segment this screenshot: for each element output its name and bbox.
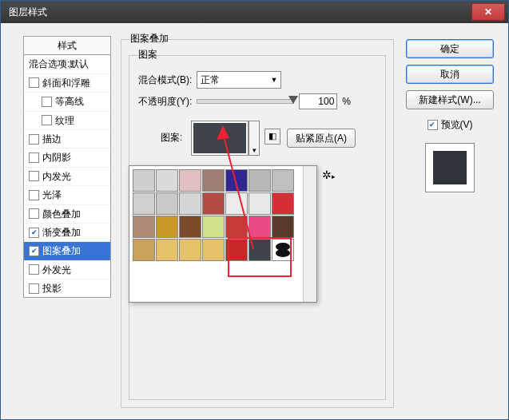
checkbox[interactable] — [29, 246, 39, 256]
snap-to-origin-button[interactable]: 贴紧原点(A) — [287, 129, 356, 148]
pattern-swatch[interactable] — [156, 216, 178, 238]
pattern-swatch[interactable] — [179, 239, 201, 261]
pattern-swatch[interactable] — [133, 239, 155, 261]
chevron-down-icon: ▾ — [253, 146, 256, 155]
style-row-label: 颜色叠加 — [42, 208, 81, 220]
close-button[interactable]: ✕ — [471, 3, 505, 21]
checkbox[interactable] — [29, 208, 39, 219]
blend-mode-label: 混合模式(B): — [138, 74, 192, 85]
style-row[interactable]: 渐变叠加 — [24, 224, 110, 242]
pattern-swatch[interactable] — [249, 239, 271, 261]
inner-section-title: 图案 — [135, 49, 161, 60]
window-title: 图层样式 — [4, 6, 471, 18]
style-row[interactable]: 纹理 — [24, 112, 110, 130]
pattern-swatch[interactable] — [249, 169, 271, 192]
checkbox[interactable] — [42, 97, 52, 107]
pattern-swatch[interactable] — [202, 192, 225, 215]
pattern-swatch[interactable] — [156, 169, 178, 192]
close-icon: ✕ — [484, 6, 492, 18]
blend-mode-value: 正常 — [201, 74, 220, 85]
pattern-swatch[interactable] — [179, 192, 201, 215]
style-row-label: 纹理 — [55, 115, 74, 126]
style-row[interactable]: 内阴影 — [24, 149, 110, 167]
checkbox[interactable] — [29, 283, 39, 294]
style-row-label: 图案叠加 — [42, 245, 81, 256]
preview-thumbnail — [425, 143, 475, 192]
style-row[interactable]: 颜色叠加 — [24, 205, 110, 224]
pattern-swatch[interactable] — [225, 239, 248, 261]
style-row-label: 投影 — [42, 283, 62, 294]
chevron-down-icon: ▼ — [270, 76, 277, 85]
new-preset-icon[interactable]: ◧ — [264, 129, 280, 145]
section-title: 图案叠加 — [127, 33, 172, 44]
checkbox[interactable] — [29, 134, 39, 145]
ok-button[interactable]: 确定 — [406, 39, 494, 58]
pattern-swatch[interactable] — [272, 169, 294, 192]
style-row-label: 光泽 — [42, 189, 62, 200]
scrollbar[interactable] — [303, 166, 316, 302]
style-row[interactable]: 描边 — [24, 130, 110, 149]
style-row[interactable]: 图案叠加 — [24, 242, 110, 260]
pattern-swatch[interactable] — [133, 169, 155, 192]
checkbox[interactable] — [29, 228, 39, 238]
pattern-swatch[interactable] — [272, 239, 294, 261]
pattern-swatch[interactable] — [225, 169, 248, 192]
pattern-swatch[interactable] — [225, 192, 248, 215]
slider-thumb[interactable] — [288, 96, 298, 104]
new-style-button[interactable]: 新建样式(W)... — [406, 90, 494, 109]
blend-mode-combo[interactable]: 正常 ▼ — [197, 71, 281, 89]
checkbox[interactable] — [29, 190, 39, 200]
pattern-swatch[interactable] — [179, 169, 201, 192]
cancel-button[interactable]: 取消 — [406, 65, 494, 84]
style-row[interactable]: 内发光 — [24, 168, 110, 186]
pattern-dropdown-button[interactable]: ▾ — [249, 121, 260, 156]
style-row-label: 描边 — [42, 133, 62, 145]
style-row[interactable]: 光泽 — [24, 186, 110, 204]
pattern-swatch[interactable] — [179, 216, 201, 238]
style-row-label: 斜面和浮雕 — [42, 77, 90, 89]
pattern-swatch[interactable] — [272, 192, 294, 215]
styles-header[interactable]: 样式 — [23, 36, 111, 54]
pattern-swatch[interactable] — [133, 216, 155, 238]
style-row-label: 等高线 — [55, 96, 84, 107]
checkbox[interactable] — [42, 115, 52, 125]
pattern-swatch[interactable] — [202, 216, 225, 238]
blend-options-row[interactable]: 混合选项:默认 — [24, 55, 110, 73]
style-row-label: 外发光 — [42, 264, 71, 275]
style-row[interactable]: 斜面和浮雕 — [24, 74, 110, 93]
opacity-label: 不透明度(Y): — [138, 96, 192, 107]
checkbox[interactable] — [29, 77, 39, 88]
style-row-label: 渐变叠加 — [42, 227, 81, 238]
checkbox[interactable] — [29, 171, 39, 181]
pattern-preview[interactable] — [191, 121, 249, 156]
pattern-swatch[interactable] — [202, 239, 225, 261]
pattern-swatch[interactable] — [249, 192, 271, 215]
pattern-swatch[interactable] — [156, 192, 178, 215]
style-row[interactable]: 等高线 — [24, 93, 110, 111]
pattern-swatch[interactable] — [225, 216, 248, 238]
checkbox[interactable] — [29, 264, 39, 275]
preview-label: 预览(V) — [441, 119, 473, 130]
style-row[interactable]: 投影 — [24, 279, 110, 297]
style-row-label: 内阴影 — [42, 152, 71, 163]
opacity-value[interactable]: 100 — [299, 93, 337, 109]
style-row-label: 内发光 — [42, 171, 71, 182]
pattern-label: 图案: — [161, 132, 182, 143]
pattern-swatch[interactable] — [272, 216, 294, 238]
pattern-picker — [129, 165, 317, 303]
opacity-slider[interactable] — [197, 99, 294, 104]
pattern-swatch[interactable] — [133, 192, 155, 215]
preview-checkbox[interactable] — [427, 120, 438, 130]
pattern-swatch[interactable] — [156, 239, 178, 261]
pattern-swatch[interactable] — [202, 169, 225, 192]
percent-label: % — [342, 96, 351, 107]
checkbox[interactable] — [29, 153, 39, 163]
gear-icon[interactable]: ✲▸ — [322, 168, 336, 182]
style-row[interactable]: 外发光 — [24, 261, 110, 279]
styles-list: 混合选项:默认 斜面和浮雕等高线纹理描边内阴影内发光光泽颜色叠加渐变叠加图案叠加… — [23, 54, 111, 298]
pattern-swatch[interactable] — [249, 216, 271, 238]
blend-options-label: 混合选项:默认 — [29, 58, 89, 69]
titlebar: 图层样式 ✕ — [1, 1, 508, 23]
